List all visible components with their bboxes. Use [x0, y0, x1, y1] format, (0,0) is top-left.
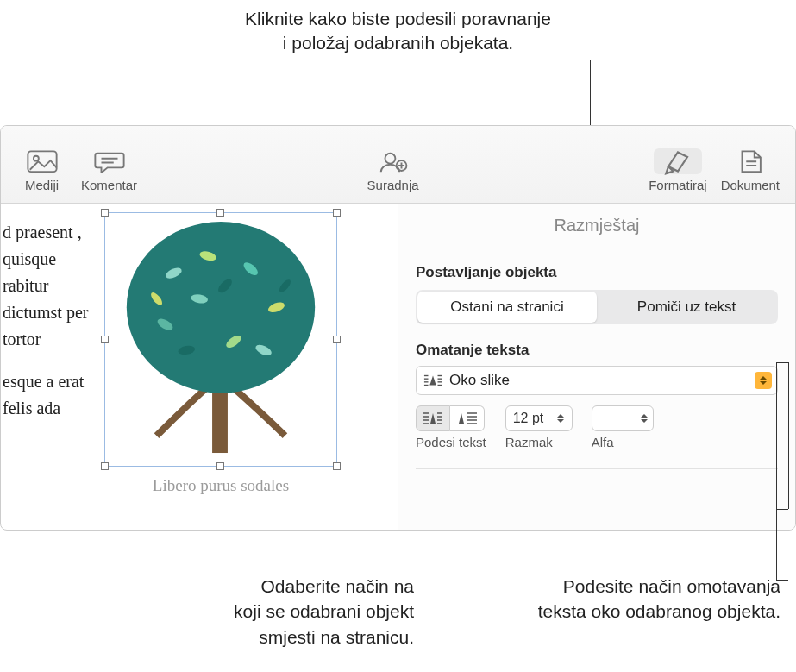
- alpha-column: Alfa: [592, 405, 654, 449]
- toolbar-media-label: Mediji: [25, 178, 59, 192]
- callout-bottom-left: Odaberite način na koji se odabrani obje…: [155, 574, 414, 650]
- toolbar-collab-button[interactable]: Suradnja: [360, 145, 426, 196]
- callout-top-text-1: Kliknite kako biste podesili poravnanje: [245, 9, 551, 28]
- selected-image[interactable]: [104, 212, 337, 467]
- text-wrap-dropdown[interactable]: Oko slike: [416, 366, 778, 395]
- toolbar-document-label: Dokument: [721, 178, 780, 192]
- doc-para-2: esque a erat felis ada: [3, 368, 96, 422]
- text-fit-column: Podesi tekst: [416, 405, 486, 449]
- toolbar-comment-label: Komentar: [81, 178, 137, 192]
- app-window: Mediji Komentar Suradnja Formatiraj: [0, 125, 796, 531]
- format-inspector-panel: Razmještaj Postavljanje objekta Ostani n…: [398, 204, 795, 530]
- callout-bottom-right: Podesite način omotavanja teksta oko oda…: [466, 574, 780, 625]
- content-area: d praesent , quisque rabitur dictumst pe…: [1, 204, 795, 530]
- fit-larger-icon: [457, 411, 478, 425]
- callout-br-l2: teksta oko odabranog objekta.: [538, 601, 780, 621]
- text-fit-segmented: [416, 405, 485, 431]
- resize-handle[interactable]: [101, 462, 109, 470]
- toolbar-collab-label: Suradnja: [367, 178, 419, 192]
- format-icon: [654, 148, 702, 174]
- resize-handle[interactable]: [216, 462, 224, 470]
- text-fit-both-button[interactable]: [416, 405, 450, 431]
- alpha-stepper[interactable]: [592, 405, 654, 431]
- callout-br-bracket-top: [776, 362, 788, 363]
- text-fit-label: Podesi tekst: [416, 435, 486, 449]
- placement-stay-button[interactable]: Ostani na stranici: [417, 292, 597, 323]
- dropdown-caret-icon: [755, 372, 772, 389]
- document-body-text: d praesent , quisque rabitur dictumst pe…: [1, 219, 96, 422]
- alpha-label: Alfa: [592, 435, 614, 449]
- inspector-body: Postavljanje objekta Ostani na stranici …: [398, 248, 795, 485]
- stepper-arrows-icon[interactable]: [553, 410, 568, 427]
- placement-move-button[interactable]: Pomiči uz tekst: [597, 292, 776, 323]
- comment-icon: [93, 148, 126, 174]
- toolbar-format-button[interactable]: Formatiraj: [642, 145, 714, 196]
- toolbar-document-button[interactable]: Dokument: [714, 145, 787, 196]
- wrap-controls-row: Podesi tekst 12 pt Razmak: [416, 405, 778, 449]
- callout-br-l1: Podesite način omotavanja: [563, 576, 780, 596]
- text-fit-larger-button[interactable]: [450, 405, 485, 431]
- resize-handle[interactable]: [333, 462, 341, 470]
- wrap-around-icon: [423, 374, 442, 387]
- toolbar: Mediji Komentar Suradnja Formatiraj: [1, 126, 795, 204]
- collab-icon: [377, 148, 410, 174]
- resize-handle[interactable]: [333, 209, 341, 217]
- spacing-stepper[interactable]: 12 pt: [505, 405, 573, 431]
- spacing-column: 12 pt Razmak: [505, 405, 573, 449]
- object-placement-title: Postavljanje objekta: [416, 264, 778, 281]
- document-canvas[interactable]: d praesent , quisque rabitur dictumst pe…: [1, 204, 398, 530]
- media-icon: [26, 148, 59, 174]
- tree-image-icon: [105, 213, 336, 466]
- callout-bl-l2: koji se odabrani objekt: [234, 601, 414, 621]
- stepper-arrows-icon[interactable]: [639, 410, 649, 427]
- callout-top-text-2: i položaj odabranih objekata.: [283, 33, 513, 53]
- callout-br-bracket-top2: [788, 362, 789, 509]
- resize-handle[interactable]: [101, 336, 109, 343]
- image-caption[interactable]: Libero purus sodales: [104, 476, 337, 495]
- resize-handle[interactable]: [101, 209, 109, 217]
- text-wrap-value: Oko slike: [449, 372, 755, 389]
- svg-point-11: [127, 222, 315, 393]
- toolbar-media-button[interactable]: Mediji: [9, 145, 74, 196]
- callout-top: Kliknite kako biste podesili poravnanje …: [0, 7, 796, 56]
- spacing-label: Razmak: [505, 435, 553, 449]
- svg-point-4: [385, 154, 395, 164]
- doc-para-1: d praesent , quisque rabitur dictumst pe…: [3, 219, 96, 353]
- document-icon: [734, 148, 767, 174]
- object-placement-segmented: Ostani na stranici Pomiči uz tekst: [416, 290, 778, 324]
- callout-bl-l1: Odaberite način na: [261, 576, 414, 596]
- svg-point-1: [33, 155, 38, 160]
- spacing-value: 12 pt: [513, 411, 553, 426]
- callout-br-bracket-bot: [776, 509, 788, 510]
- toolbar-comment-button[interactable]: Komentar: [74, 145, 144, 196]
- callout-bl-l3: smjesti na stranicu.: [259, 627, 414, 647]
- resize-handle[interactable]: [333, 336, 341, 343]
- toolbar-format-label: Formatiraj: [649, 178, 707, 192]
- fit-both-icon: [423, 411, 443, 425]
- section-divider: [416, 468, 778, 469]
- text-wrap-title: Omatanje teksta: [416, 342, 778, 359]
- inspector-tab-arrangement[interactable]: Razmještaj: [398, 204, 795, 248]
- callout-br-leader: [776, 362, 788, 581]
- resize-handle[interactable]: [216, 209, 224, 217]
- callout-bl-leader: [404, 345, 404, 581]
